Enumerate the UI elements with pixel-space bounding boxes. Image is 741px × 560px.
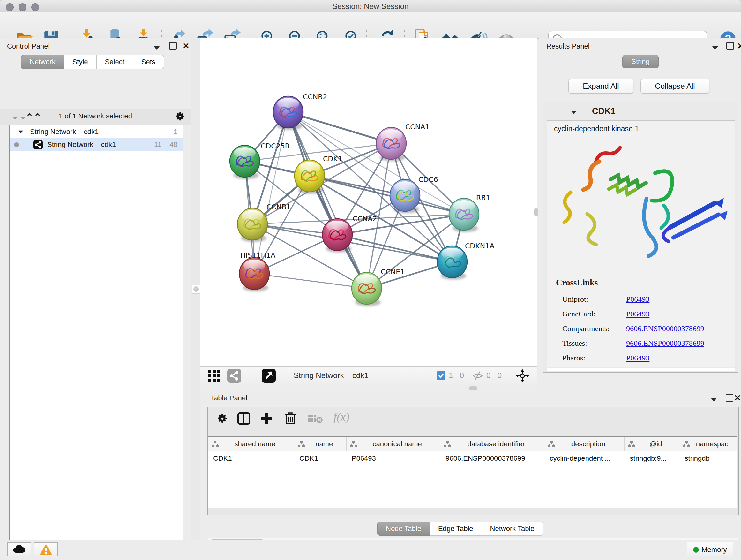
collection-expander-icon[interactable] — [18, 131, 23, 133]
column-type-icon — [211, 441, 219, 448]
cloud-status-button[interactable] — [7, 543, 31, 557]
crosslink-link[interactable]: P06493 — [626, 354, 650, 362]
table-row[interactable]: CDK1CDK1P064939606.ENSP00000378699cyclin… — [208, 451, 738, 465]
network-row[interactable]: String Network – cdk1 11 48 — [10, 138, 183, 151]
column-header-shared-name[interactable]: shared name — [208, 437, 294, 451]
node-RB1[interactable]: RB1 — [449, 194, 490, 232]
node-CCNA1[interactable]: CCNA1 — [376, 123, 429, 161]
column-type-icon — [444, 441, 451, 448]
table-panel-close-button[interactable]: ✕ — [734, 395, 741, 401]
grid-view-icon[interactable] — [207, 369, 221, 382]
results-panel-menu-button[interactable] — [712, 44, 718, 52]
network-edge-count: 48 — [170, 138, 178, 151]
crosslink-link[interactable]: 9606.ENSP00000378699 — [626, 339, 704, 348]
network-edges — [245, 112, 464, 288]
add-column-button[interactable] — [259, 412, 273, 426]
network-share-badge-icon[interactable] — [227, 369, 241, 383]
show-column-button[interactable] — [237, 412, 251, 426]
table-panel-box: f(x) shared namenamecanonical namedataba… — [207, 407, 739, 515]
gene-expander-icon[interactable] — [571, 111, 577, 114]
selected-checkbox-icon[interactable] — [436, 371, 446, 380]
tab-style[interactable]: Style — [64, 55, 97, 69]
column-header-namespac[interactable]: namespac — [679, 437, 738, 451]
column-header-canonical-name[interactable]: canonical name — [347, 437, 441, 451]
expand-all-button[interactable]: Expand All — [568, 79, 633, 94]
node-CDC6[interactable]: CDC6 — [390, 176, 438, 213]
column-header-id[interactable]: @id — [624, 437, 679, 451]
collapse-all-button[interactable]: Collapse All — [641, 79, 710, 94]
node-CCNA2[interactable]: CCNA2 — [322, 215, 377, 253]
string-network-graph[interactable]: CCNB2CCNA1CDC25BCDK1CDC6RB1CCNB1CCNA2CDK… — [200, 38, 537, 366]
control-panel-title: Control Panel — [7, 42, 50, 51]
results-panel-float-button[interactable] — [726, 42, 734, 52]
crosslink-link[interactable]: P06493 — [626, 310, 650, 318]
column-type-icon — [297, 441, 305, 448]
edge-CCNA2-CDKN1A[interactable] — [337, 235, 452, 262]
network-canvas[interactable]: CCNB2CCNA1CDC25BCDK1CDC6RB1CCNB1CCNA2CDK… — [200, 38, 537, 366]
node-CDK1[interactable]: CDK1 — [294, 155, 342, 194]
crosslink-link[interactable]: P06493 — [626, 295, 650, 304]
edge-CCNE1-HIST1H1A[interactable] — [254, 273, 367, 288]
table-body: CDK1CDK1P064939606.ENSP00000378699cyclin… — [208, 451, 738, 465]
tab-network-table[interactable]: Network Table — [482, 522, 543, 536]
table-header-row: shared namenamecanonical namedatabase id… — [208, 437, 738, 451]
node-table: shared namenamecanonical namedatabase id… — [208, 436, 738, 508]
node-label: CDC25B — [261, 142, 290, 150]
node-label: CCNA2 — [353, 215, 377, 223]
table-panel-menu-button[interactable] — [711, 395, 717, 403]
warnings-button[interactable] — [34, 543, 58, 557]
node-HIST1H1A[interactable]: HIST1H1A — [239, 251, 275, 292]
table-panel-float-button[interactable] — [726, 394, 733, 403]
cloud-icon — [12, 544, 26, 554]
edge-CCNB2-CCNE1[interactable] — [288, 112, 367, 288]
table-cell: cyclin-dependent ... — [544, 451, 624, 465]
app-window: Session: New Session — [0, 0, 741, 560]
function-builder-button-disabled: f(x) — [333, 410, 349, 424]
node-CDKN1A[interactable]: CDKN1A — [437, 242, 494, 280]
memory-button[interactable]: Memory — [687, 542, 733, 557]
control-panel-float-button[interactable] — [169, 42, 177, 52]
results-panel-close-button[interactable]: ✕ — [737, 43, 741, 49]
network-options-gear-icon[interactable] — [175, 111, 186, 122]
crosslink-link[interactable]: 9606.ENSP00000378699 — [626, 324, 704, 333]
tab-string[interactable]: String — [622, 55, 659, 68]
columns-icon — [237, 412, 251, 425]
tab-sets[interactable]: Sets — [133, 55, 164, 69]
column-header-label: canonical name — [373, 440, 422, 448]
left-splitter[interactable] — [192, 38, 200, 540]
node-label: CDK1 — [323, 155, 342, 163]
control-panel-close-button[interactable]: ✕ — [183, 43, 190, 49]
tab-edge-table[interactable]: Edge Table — [430, 522, 482, 536]
column-header-label: name — [315, 440, 333, 448]
column-header-description[interactable]: description — [544, 437, 624, 451]
edge-CCNB2-HIST1H1A[interactable] — [254, 112, 288, 273]
table-panel-title: Table Panel — [211, 394, 247, 402]
plus-icon — [259, 412, 273, 425]
column-header-label: description — [571, 440, 605, 448]
table-options-button[interactable] — [217, 413, 228, 425]
edge-CCNB2-CCNA1[interactable] — [288, 112, 391, 143]
column-header-database-identifier[interactable]: database identifier — [441, 437, 544, 451]
node-label: HIST1H1A — [240, 251, 275, 259]
titlebar: Session: New Session — [0, 0, 741, 12]
node-label: CCNE1 — [381, 268, 405, 276]
tab-select[interactable]: Select — [97, 55, 133, 69]
column-header-name[interactable]: name — [294, 437, 347, 451]
control-panel-menu-button[interactable] — [154, 44, 159, 52]
warning-icon — [39, 543, 53, 556]
node-label: CDC6 — [418, 176, 438, 184]
footer-separator — [509, 369, 509, 382]
node-CCNB2[interactable]: CCNB2 — [273, 93, 327, 130]
tab-network[interactable]: Network — [21, 55, 64, 69]
network-collection-row[interactable]: String Network – cdk1 1 — [10, 125, 183, 138]
horizontal-splitter-handle[interactable] — [469, 386, 477, 390]
birdseye-view-icon[interactable] — [262, 369, 276, 383]
crosslink-label: Compartments: — [562, 324, 610, 333]
delete-column-button[interactable] — [284, 412, 296, 426]
results-scrollbar[interactable] — [547, 368, 735, 371]
collection-count: 1 — [174, 125, 178, 138]
tab-node-table[interactable]: Node Table — [377, 522, 430, 536]
splitter-handle[interactable] — [192, 285, 201, 294]
fit-content-crosshair-icon[interactable] — [516, 369, 529, 382]
right-splitter-handle[interactable] — [534, 208, 538, 216]
